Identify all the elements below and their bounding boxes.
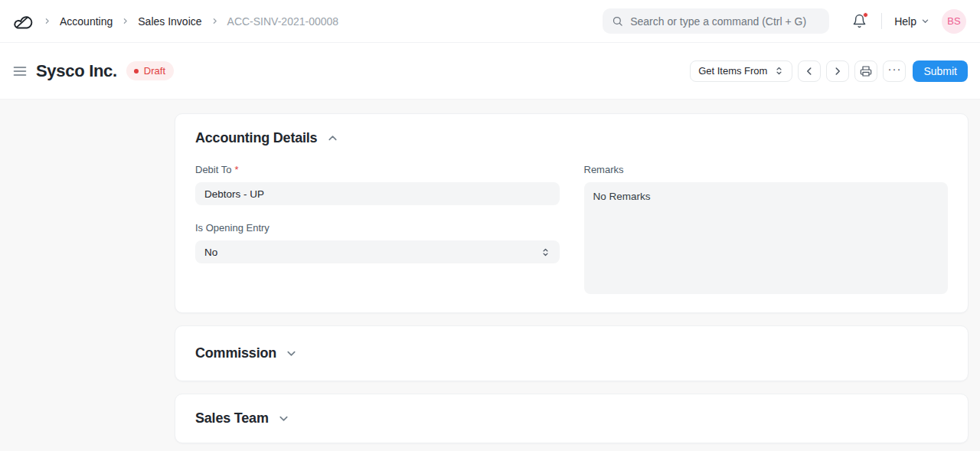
navbar-right-group: Help BS	[603, 8, 966, 34]
form-column-left: Debit To * Is Opening Entry No	[195, 164, 560, 294]
is-opening-entry-field: Is Opening Entry No	[195, 222, 560, 263]
accounting-details-section: Accounting Details Debit To *	[175, 113, 969, 313]
sidebar-toggle-button[interactable]	[12, 64, 28, 79]
chevron-down-icon	[278, 413, 289, 424]
page-header: Sysco Inc. Draft Get Items From ··· Subm…	[0, 43, 980, 100]
search-icon	[612, 15, 623, 27]
get-items-from-label: Get Items From	[698, 65, 767, 77]
breadcrumb-accounting[interactable]: Accounting	[60, 15, 113, 28]
breadcrumb-current-document: ACC-SINV-2021-00008	[227, 15, 339, 28]
accounting-details-grid: Debit To * Is Opening Entry No	[195, 164, 948, 294]
commission-header[interactable]: Commission	[195, 345, 297, 361]
global-search[interactable]	[603, 8, 829, 34]
chevron-right-icon	[211, 18, 218, 25]
notifications-button[interactable]	[852, 14, 867, 28]
commission-section: Commission	[175, 325, 969, 381]
field-label: Is Opening Entry	[195, 222, 560, 234]
submit-button[interactable]: Submit	[913, 60, 968, 82]
field-label: Debit To *	[195, 164, 560, 175]
ellipsis-icon: ···	[887, 62, 901, 75]
chevron-right-icon	[44, 18, 51, 25]
breadcrumb-sales-invoice[interactable]: Sales Invoice	[138, 15, 201, 28]
page-actions: Get Items From ··· Submit	[690, 60, 968, 82]
user-avatar[interactable]: BS	[942, 9, 966, 34]
avatar-initials: BS	[947, 15, 960, 27]
sales-team-header[interactable]: Sales Team	[195, 410, 289, 426]
app-logo[interactable]	[12, 11, 33, 31]
remarks-field: Remarks No Remarks	[584, 164, 949, 294]
more-options-button[interactable]: ···	[883, 60, 906, 82]
notification-dot	[863, 12, 868, 18]
print-button[interactable]	[854, 60, 877, 82]
page-title: Sysco Inc.	[36, 61, 117, 81]
field-label: Remarks	[584, 164, 949, 175]
form-body: Accounting Details Debit To *	[0, 100, 980, 443]
is-opening-entry-value: No	[204, 247, 217, 258]
top-navbar: Accounting Sales Invoice ACC-SINV-2021-0…	[0, 0, 980, 43]
frappe-cloud-logo-icon	[12, 11, 33, 31]
is-opening-entry-select[interactable]: No	[195, 240, 560, 263]
status-badge-label: Draft	[144, 65, 165, 77]
chevron-down-icon	[286, 348, 297, 359]
help-menu[interactable]: Help	[894, 15, 929, 28]
section-title: Commission	[195, 345, 276, 361]
remarks-label: Remarks	[584, 164, 624, 175]
accounting-details-header[interactable]: Accounting Details	[195, 130, 948, 146]
previous-document-button[interactable]	[798, 60, 821, 82]
select-chevrons-icon	[774, 66, 784, 76]
section-title: Sales Team	[195, 410, 269, 426]
required-asterisk: *	[234, 164, 238, 175]
chevron-down-icon	[921, 17, 929, 25]
debit-to-field: Debit To *	[195, 164, 560, 205]
form-column-right: Remarks No Remarks	[584, 164, 949, 294]
chevron-left-icon	[804, 66, 815, 77]
select-chevrons-icon	[541, 247, 550, 257]
debit-to-input[interactable]	[195, 182, 560, 205]
status-badge: Draft	[126, 61, 174, 80]
help-label: Help	[894, 15, 916, 28]
hamburger-menu-icon	[12, 64, 28, 79]
navbar-divider	[881, 13, 882, 29]
debit-to-label: Debit To	[195, 164, 231, 175]
get-items-from-button[interactable]: Get Items From	[690, 60, 792, 82]
section-title: Accounting Details	[195, 130, 317, 146]
status-dot-icon	[134, 69, 139, 74]
chevron-up-icon	[327, 132, 338, 144]
chevron-right-icon	[832, 66, 843, 77]
is-opening-entry-label: Is Opening Entry	[195, 222, 270, 234]
printer-icon	[860, 65, 872, 77]
sales-team-section: Sales Team	[175, 394, 969, 443]
search-input[interactable]	[630, 15, 820, 28]
next-document-button[interactable]	[826, 60, 849, 82]
remarks-textarea[interactable]: No Remarks	[584, 182, 949, 294]
chevron-right-icon	[122, 18, 129, 25]
breadcrumb: Accounting Sales Invoice ACC-SINV-2021-0…	[44, 15, 338, 28]
